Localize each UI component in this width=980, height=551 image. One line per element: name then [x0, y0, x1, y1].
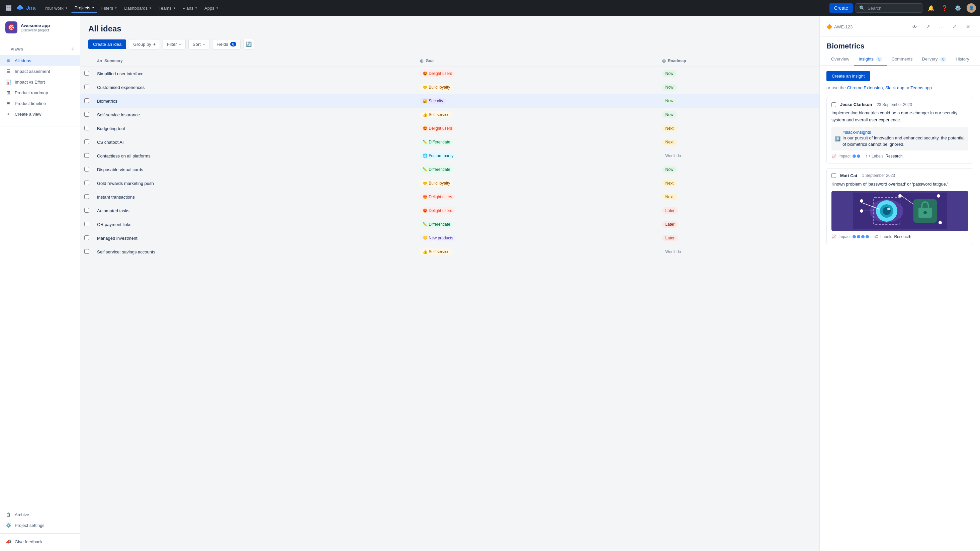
tab-delivery[interactable]: Delivery 8 — [918, 53, 951, 65]
table-row[interactable]: Gold rewards marketing push 🤝 Build loya… — [80, 176, 819, 190]
table-row[interactable]: QR payment links ✏️ Differentiate Later — [80, 218, 819, 231]
row-summary[interactable]: Gold rewards marketing push — [93, 176, 416, 190]
nav-your-work[interactable]: Your work ▾ — [41, 4, 70, 13]
jira-logo[interactable]: Jira — [16, 4, 35, 12]
table-row[interactable]: Automated tasks 😍 Delight users Later — [80, 204, 819, 218]
table-row[interactable]: Simplified user interface 😍 Delight user… — [80, 67, 819, 81]
roadmap-badge: Won't do — [662, 248, 684, 255]
table-row[interactable]: Instant transactions 😍 Delight users Nex… — [80, 190, 819, 204]
table-row[interactable]: Self service: savings accounts 👍 Self se… — [80, 245, 819, 259]
chrome-extension-link[interactable]: Chrome Extension — [847, 85, 883, 90]
insight-text: Implementing biometrics could be a game-… — [832, 110, 968, 124]
insight-checkbox[interactable] — [832, 173, 836, 178]
user-avatar[interactable]: 👤 — [967, 3, 976, 13]
nav-dashboards[interactable]: Dashboards ▾ — [121, 4, 154, 13]
row-summary[interactable]: QR payment links — [93, 218, 416, 231]
row-checkbox[interactable] — [84, 208, 89, 213]
row-goal: 🤝 Build loyalty — [416, 176, 658, 190]
close-button[interactable]: ✕ — [963, 21, 973, 32]
sidebar-item-archive[interactable]: 🗑 Archive — [0, 509, 80, 520]
th-goal[interactable]: ◎ Goal — [416, 55, 658, 67]
refresh-button[interactable]: 🔄 — [243, 39, 254, 49]
nav-filters[interactable]: Filters ▾ — [98, 4, 120, 13]
sidebar-item-project-settings[interactable]: ⚙️ Project settings — [0, 520, 80, 530]
sidebar-item-all-ideas[interactable]: ≡ All ideas — [0, 55, 80, 66]
search-input[interactable] — [867, 6, 919, 11]
help-icon[interactable]: ❓ — [940, 4, 949, 13]
add-view-icon[interactable]: + — [71, 46, 75, 53]
tab-overview[interactable]: Overview — [826, 53, 854, 65]
row-checkbox[interactable] — [84, 222, 89, 226]
insight-checkbox[interactable] — [832, 102, 836, 107]
tab-history[interactable]: History — [951, 53, 974, 65]
table-row[interactable]: Self-service insurance 👍 Self service No… — [80, 108, 819, 122]
sort-button[interactable]: Sort + — [188, 39, 210, 49]
row-checkbox[interactable] — [84, 84, 89, 89]
watch-button[interactable]: 👁 — [909, 21, 920, 32]
sidebar-item-product-roadmap[interactable]: ⊞ Product roadmap — [0, 87, 80, 98]
row-checkbox[interactable] — [84, 71, 89, 76]
sidebar-item-impact-assessment[interactable]: ☰ Impact assesment — [0, 66, 80, 76]
row-summary[interactable]: Customised experiences — [93, 81, 416, 94]
row-checkbox[interactable] — [84, 194, 89, 199]
row-checkbox[interactable] — [84, 249, 89, 254]
sidebar-item-impact-effort[interactable]: 📊 Impact vs Effort — [0, 76, 80, 87]
goal-badge: 🌐 Feature parity — [420, 152, 456, 159]
table-row[interactable]: Contactless on all platforms 🌐 Feature p… — [80, 149, 819, 163]
row-summary[interactable]: Budgeting tool — [93, 122, 416, 135]
fields-button[interactable]: Fields 6 — [212, 39, 240, 49]
create-idea-button[interactable]: Create an idea — [88, 40, 126, 49]
settings-icon[interactable]: ⚙️ — [953, 4, 963, 13]
row-summary[interactable]: Contactless on all platforms — [93, 149, 416, 163]
row-checkbox[interactable] — [84, 140, 89, 144]
row-summary[interactable]: Automated tasks — [93, 204, 416, 218]
table-row[interactable]: Managed investment 💛 New products Later — [80, 231, 819, 245]
expand-button[interactable]: ⤢ — [949, 21, 960, 32]
row-checkbox[interactable] — [84, 153, 89, 158]
project-header[interactable]: 🎯 Awesome app Discovery project — [0, 16, 80, 39]
row-summary[interactable]: Biometrics — [93, 94, 416, 108]
th-summary[interactable]: Aα Summary — [93, 55, 416, 67]
nav-plans[interactable]: Plans ▾ — [179, 4, 201, 13]
slack-app-link[interactable]: Slack app — [885, 85, 904, 90]
row-checkbox[interactable] — [84, 112, 89, 117]
row-summary[interactable]: Simplified user interface — [93, 67, 416, 81]
table-row[interactable]: Biometrics 🔐 Security Now — [80, 94, 819, 108]
share-button[interactable]: ↗ — [923, 21, 933, 32]
sidebar-item-product-timeline[interactable]: ≡ Product timeline — [0, 98, 80, 109]
row-summary[interactable]: Instant transactions — [93, 190, 416, 204]
sidebar-item-give-feedback[interactable]: 📣 Give feedback — [0, 536, 80, 547]
create-button[interactable]: Create — [829, 3, 853, 13]
row-summary[interactable]: Managed investment — [93, 231, 416, 245]
table-row[interactable]: Disposable virtual cards ✏️ Differentiat… — [80, 163, 819, 176]
nav-teams[interactable]: Teams ▾ — [155, 4, 178, 13]
row-checkbox[interactable] — [84, 181, 89, 185]
row-checkbox[interactable] — [84, 98, 89, 103]
filter-button[interactable]: Filter + — [162, 39, 185, 49]
row-checkbox[interactable] — [84, 167, 89, 171]
group-by-button[interactable]: Group by + — [129, 39, 160, 49]
table-row[interactable]: Customised experiences 🤝 Build loyalty N… — [80, 81, 819, 94]
search-box[interactable]: 🔍 — [856, 3, 923, 13]
table-row[interactable]: CS chatbot AI ✏️ Differentiate Next — [80, 135, 819, 149]
source-name[interactable]: #slack-insights — [843, 130, 965, 135]
row-summary[interactable]: Self service: savings accounts — [93, 245, 416, 259]
row-checkbox[interactable] — [84, 126, 89, 130]
notifications-icon[interactable]: 🔔 — [926, 4, 936, 13]
apps-grid-icon[interactable] — [4, 3, 13, 13]
row-summary[interactable]: Self-service insurance — [93, 108, 416, 122]
tab-comments[interactable]: Comments — [887, 53, 918, 65]
row-summary[interactable]: Disposable virtual cards — [93, 163, 416, 176]
teams-app-link[interactable]: Teams app — [910, 85, 932, 90]
impact-effort-icon: 📊 — [5, 79, 11, 84]
sidebar-item-create-view[interactable]: + Create a view — [0, 109, 80, 119]
row-checkbox[interactable] — [84, 235, 89, 240]
th-roadmap[interactable]: ◎ Roadmap — [658, 55, 819, 67]
more-options-button[interactable]: ⋯ — [936, 21, 947, 32]
nav-apps[interactable]: Apps ▾ — [201, 4, 221, 13]
table-row[interactable]: Budgeting tool 😍 Delight users Next — [80, 122, 819, 135]
create-insight-button[interactable]: Create an insight — [826, 71, 870, 81]
nav-projects[interactable]: Projects ▾ — [71, 3, 97, 13]
tab-insights[interactable]: Insights 5 — [854, 53, 887, 65]
row-summary[interactable]: CS chatbot AI — [93, 135, 416, 149]
